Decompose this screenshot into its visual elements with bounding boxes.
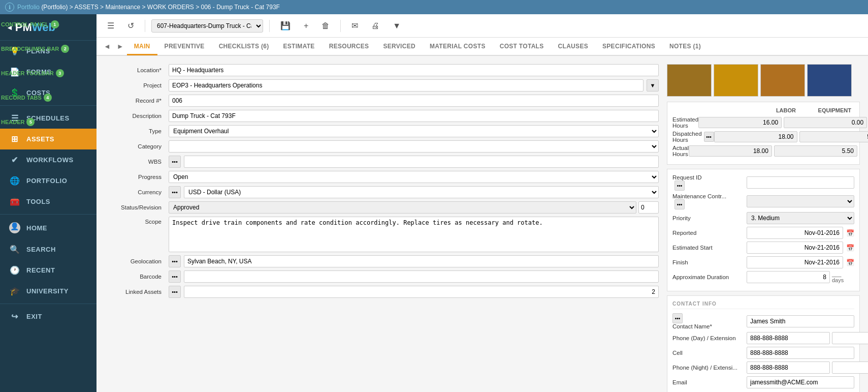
maintenance-contr-ellipsis-btn[interactable]: ••• — [674, 199, 685, 209]
wbs-label: WBS — [105, 159, 166, 165]
sidebar-item-recent[interactable]: 🕐 RECENT — [0, 260, 97, 281]
sidebar-item-costs[interactable]: 💲 COSTS — [0, 82, 97, 103]
history-button[interactable]: ↺ — [123, 18, 139, 33]
dispatched-hours-labor-input[interactable] — [714, 131, 797, 142]
tab-estimate[interactable]: ESTIMATE — [276, 39, 322, 55]
sidebar-item-workflows[interactable]: ✔ WORKFLOWS — [0, 149, 97, 170]
tab-notes[interactable]: NOTES (1) — [662, 39, 708, 55]
record-select[interactable]: 607-Headquarters-Dump Truck - Cat ... — [151, 19, 263, 33]
reported-calendar-icon[interactable]: 📅 — [846, 229, 854, 237]
type-select[interactable]: Equipment Overhaul — [169, 125, 659, 137]
tab-specifications[interactable]: SPECIFICATIONS — [595, 39, 662, 55]
image-thumb-3[interactable] — [760, 64, 805, 97]
estimated-hours-labor-input[interactable] — [698, 117, 782, 128]
save-button[interactable]: 💾 — [276, 18, 295, 33]
request-id-input[interactable] — [747, 176, 854, 189]
request-id-ellipsis-btn[interactable]: ••• — [674, 180, 685, 191]
cell-input[interactable] — [747, 347, 854, 359]
location-input[interactable] — [169, 64, 659, 76]
sidebar-item-exit[interactable]: ↪ EXIT — [0, 306, 97, 327]
phone-day-input[interactable] — [747, 332, 830, 344]
geolocation-input[interactable] — [184, 255, 659, 267]
estimated-start-label: Estimated Start — [672, 245, 744, 251]
category-select[interactable] — [169, 140, 659, 153]
linked-assets-ellipsis-btn[interactable]: ••• — [169, 286, 181, 298]
project-dropdown-btn[interactable]: ▼ — [647, 79, 659, 92]
linked-assets-input[interactable] — [184, 286, 659, 298]
list-button[interactable]: ☰ — [103, 18, 119, 33]
tab-prev-button[interactable]: ◄ — [101, 42, 114, 50]
portfolio-icon: 🌐 — [9, 176, 20, 186]
add-button[interactable]: + — [299, 19, 313, 33]
description-input[interactable] — [169, 110, 659, 122]
sidebar-item-assets[interactable]: ⊞ ASSETS — [0, 129, 97, 149]
phone-night-input[interactable] — [747, 361, 830, 374]
tab-main[interactable]: MAIN — [127, 39, 157, 55]
cell-row: Cell — [672, 347, 854, 359]
print-button[interactable]: 🖨 — [367, 19, 384, 33]
progress-select[interactable]: Open — [169, 171, 659, 183]
print-dropdown-button[interactable]: ▼ — [388, 19, 405, 33]
tab-serviced[interactable]: SERVICED — [376, 39, 423, 55]
contact-name-ellipsis-btn[interactable]: ••• — [672, 313, 683, 323]
le-empty-label — [672, 107, 744, 113]
record-input[interactable] — [169, 95, 659, 107]
actual-hours-row: Actual Hours — [672, 145, 854, 157]
portfolio-link[interactable]: Portfolio — [17, 4, 40, 11]
tab-resources[interactable]: RESOURCES — [322, 39, 376, 55]
wbs-ellipsis-btn[interactable]: ••• — [169, 156, 181, 168]
finish-calendar-icon[interactable]: 📅 — [846, 259, 854, 266]
image-thumb-1[interactable] — [667, 64, 712, 97]
sidebar-item-schedules[interactable]: ☰ SCHEDULES — [0, 108, 97, 129]
toolbar-sep-1 — [145, 20, 145, 32]
revision-input[interactable] — [638, 201, 659, 214]
maintenance-contr-select[interactable] — [747, 195, 854, 207]
progress-row: Progress Open — [105, 171, 659, 183]
reported-input[interactable] — [747, 227, 843, 239]
dispatched-hours-ellipsis-btn[interactable]: ••• — [704, 132, 714, 142]
email-button[interactable]: ✉ — [347, 18, 363, 33]
contact-name-input[interactable] — [747, 315, 854, 327]
finish-input[interactable] — [747, 256, 843, 268]
labor-col-header: LABOR — [744, 107, 799, 113]
project-input[interactable] — [169, 79, 644, 92]
barcode-ellipsis-btn[interactable]: ••• — [169, 270, 181, 283]
estimated-start-input[interactable] — [747, 242, 843, 254]
email-input[interactable] — [747, 376, 854, 388]
dispatched-hours-equipment-input[interactable] — [799, 131, 868, 142]
priority-select[interactable]: 3. Medium — [747, 212, 854, 224]
currency-ellipsis-btn[interactable]: ••• — [169, 186, 181, 198]
sidebar-item-university[interactable]: 🎓 UNIVERSITY — [0, 281, 97, 301]
tab-material-costs[interactable]: MATERIAL COSTS — [423, 39, 493, 55]
actual-hours-labor-input[interactable] — [689, 145, 772, 157]
sidebar-item-home[interactable]: 👤 HOME — [0, 217, 97, 239]
image-thumb-2[interactable] — [714, 64, 758, 97]
nav-divider-2 — [0, 214, 97, 215]
tab-cost-totals[interactable]: COST TOTALS — [493, 39, 551, 55]
category-label: Category — [105, 143, 166, 149]
phone-night-ext-input[interactable] — [832, 361, 868, 374]
actual-hours-equipment-input[interactable] — [774, 145, 857, 157]
tab-next-button[interactable]: ► — [114, 42, 127, 50]
sidebar-item-tools[interactable]: 🧰 TOOLS — [0, 191, 97, 212]
sidebar-item-search[interactable]: 🔍 SEARCH — [0, 239, 97, 260]
tab-preventive[interactable]: PREVENTIVE — [157, 39, 212, 55]
tab-clauses[interactable]: CLAUSES — [551, 39, 595, 55]
estimated-start-calendar-icon[interactable]: 📅 — [846, 244, 854, 252]
estimated-hours-equipment-input[interactable] — [784, 117, 867, 128]
barcode-input[interactable] — [184, 270, 659, 283]
tab-checklists[interactable]: CHECKLISTS (6) — [212, 39, 276, 55]
currency-select[interactable]: USD - Dollar (USA) — [184, 186, 659, 198]
delete-button[interactable]: 🗑 — [317, 19, 334, 33]
phone-day-ext-input[interactable] — [832, 332, 868, 344]
image-thumb-4[interactable] — [807, 64, 852, 97]
status-select[interactable]: Approved — [169, 201, 636, 214]
sidebar-item-plans[interactable]: 💡 PLANS — [0, 41, 97, 62]
sidebar-item-forms[interactable]: 📄 FORMS — [0, 62, 97, 82]
estimated-start-row: Estimated Start 📅 — [672, 242, 854, 254]
scope-textarea[interactable]: Inspect drive train components and rate … — [169, 217, 659, 252]
sidebar-item-portfolio[interactable]: 🌐 PORTFOLIO — [0, 170, 97, 191]
geolocation-ellipsis-btn[interactable]: ••• — [169, 255, 181, 267]
approx-duration-input[interactable] — [747, 271, 830, 283]
wbs-input[interactable] — [184, 156, 659, 168]
